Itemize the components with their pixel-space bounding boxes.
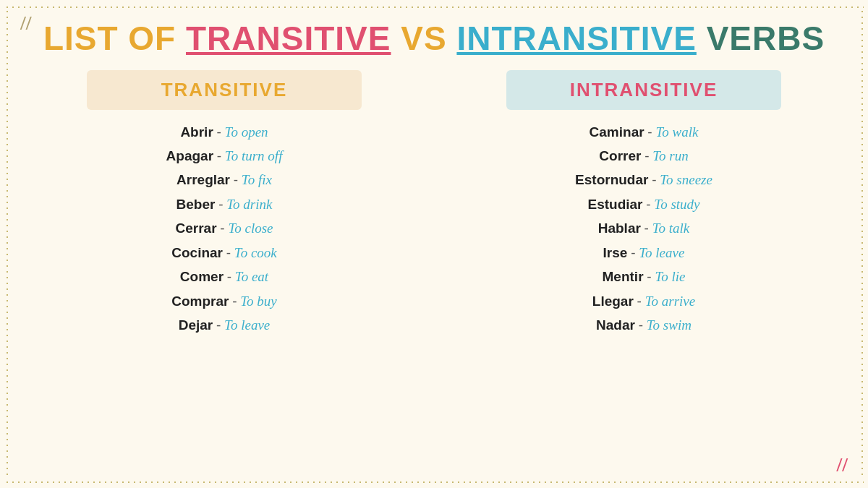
verb-translation: To leave [639, 245, 684, 260]
transitive-verb-item: Dejar - To leave [179, 314, 271, 335]
page-container: LIST OF TRANSITIVE VS INTRANSITIVE VERBS… [0, 0, 868, 488]
verb-translation: To run [652, 148, 688, 163]
verb-name: Correr [599, 148, 641, 163]
transitive-verb-item: Apagar - To turn off [166, 145, 283, 166]
verb-name: Arreglar [176, 172, 230, 187]
columns-container: TRANSITIVE Abrir - To openApagar - To tu… [29, 70, 839, 488]
transitive-verb-item: Abrir - To open [180, 121, 268, 142]
verb-dash: - [216, 317, 221, 333]
intransitive-column: INTRANSITIVE Caminar - To walkCorrer - T… [448, 70, 839, 488]
verb-dash: - [631, 245, 635, 260]
dot-border-top [4, 4, 864, 9]
intransitive-header-label: INTRANSITIVE [570, 79, 718, 100]
verb-dash: - [226, 245, 231, 260]
verb-translation: To eat [235, 269, 268, 284]
verb-dash: - [234, 172, 238, 187]
verb-dash: - [232, 294, 237, 309]
transitive-verb-item: Beber - To drink [176, 194, 273, 215]
verb-translation: To drink [226, 197, 272, 212]
verb-name: Nadar [596, 317, 635, 333]
intransitive-verb-item: Irse - To leave [603, 242, 685, 263]
title-verbs: VERBS [697, 20, 825, 57]
intransitive-verb-item: Correr - To run [599, 145, 688, 166]
verb-name: Caminar [590, 124, 644, 140]
transitive-verb-item: Arreglar - To fix [176, 169, 272, 190]
verb-dash: - [652, 172, 656, 187]
verb-dash: - [637, 294, 642, 309]
verb-translation: To talk [652, 221, 690, 236]
intransitive-verb-item: Estornudar - To sneeze [575, 169, 712, 190]
verb-name: Hablar [598, 221, 641, 236]
verb-translation: To cook [234, 245, 277, 260]
verb-dash: - [639, 317, 643, 333]
title-area: LIST OF TRANSITIVE VS INTRANSITIVE VERBS [43, 20, 825, 57]
verb-translation: To fix [242, 172, 272, 187]
intransitive-verb-item: Hablar - To talk [598, 218, 690, 239]
verb-dash: - [647, 124, 652, 140]
verb-dash: - [220, 221, 224, 236]
intransitive-verb-item: Nadar - To swim [596, 314, 692, 335]
verb-name: Mentir [603, 269, 644, 284]
verb-dash: - [218, 197, 223, 212]
verb-name: Abrir [180, 124, 213, 140]
transitive-verb-item: Comprar - To buy [171, 291, 277, 312]
verb-name: Beber [176, 197, 216, 212]
verb-translation: To arrive [645, 294, 696, 309]
verb-name: Apagar [166, 148, 213, 163]
dot-border-left [4, 9, 9, 479]
intransitive-header-box: INTRANSITIVE [506, 70, 781, 110]
verb-name: Estornudar [575, 172, 648, 187]
verb-dash: - [217, 148, 221, 163]
verb-translation: To buy [240, 294, 277, 309]
verb-translation: To leave [224, 317, 270, 333]
transitive-verb-list: Abrir - To openApagar - To turn offArreg… [29, 121, 420, 336]
intransitive-verb-item: Mentir - To lie [603, 266, 686, 287]
verb-dash: - [644, 221, 649, 236]
page-title: LIST OF TRANSITIVE VS INTRANSITIVE VERBS [43, 20, 825, 57]
verb-translation: To open [225, 124, 268, 140]
transitive-header-box: TRANSITIVE [87, 70, 362, 110]
verb-translation: To sneeze [660, 172, 712, 187]
title-list-of: LIST OF [43, 20, 186, 57]
dot-border-right [859, 9, 864, 479]
verb-dash: - [646, 197, 650, 212]
verb-dash: - [227, 269, 231, 284]
verb-name: Cerrar [176, 221, 217, 236]
verb-name: Irse [603, 245, 628, 260]
intransitive-verb-item: Estudiar - To study [587, 194, 699, 215]
dot-border-bottom [4, 479, 864, 484]
verb-dash: - [647, 269, 651, 284]
transitive-header-label: TRANSITIVE [161, 79, 288, 100]
verb-name: Dejar [179, 317, 213, 333]
deco-top-left: // [20, 13, 32, 33]
verb-dash: - [644, 148, 649, 163]
deco-bottom-right: // [836, 455, 848, 475]
verb-translation: To study [654, 197, 699, 212]
intransitive-verb-item: Caminar - To walk [590, 121, 699, 142]
title-transitive: TRANSITIVE [186, 20, 391, 57]
intransitive-verb-item: Llegar - To arrive [592, 291, 695, 312]
verb-dash: - [217, 124, 221, 140]
intransitive-verb-list: Caminar - To walkCorrer - To runEstornud… [448, 121, 839, 336]
verb-translation: To turn off [225, 148, 283, 163]
transitive-verb-item: Cocinar - To cook [171, 242, 277, 263]
verb-name: Llegar [592, 294, 634, 309]
verb-name: Estudiar [587, 197, 642, 212]
verb-name: Cocinar [171, 245, 223, 260]
verb-translation: To swim [647, 317, 692, 333]
title-intransitive: INTRANSITIVE [456, 20, 696, 57]
verb-translation: To lie [655, 269, 685, 284]
transitive-verb-item: Cerrar - To close [176, 218, 273, 239]
verb-name: Comprar [171, 294, 229, 309]
transitive-column: TRANSITIVE Abrir - To openApagar - To tu… [29, 70, 420, 488]
verb-translation: To walk [655, 124, 698, 140]
verb-translation: To close [228, 221, 273, 236]
verb-name: Comer [180, 269, 224, 284]
title-vs: VS [391, 20, 456, 57]
transitive-verb-item: Comer - To eat [180, 266, 268, 287]
